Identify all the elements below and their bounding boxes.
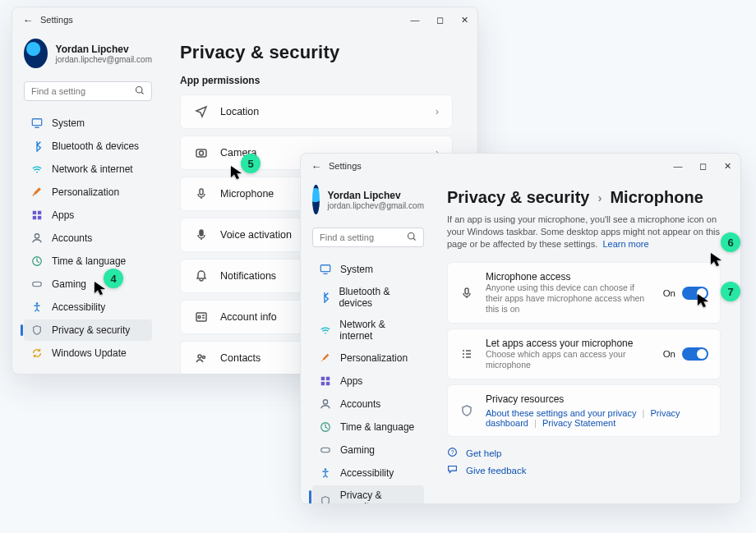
sidebar-item-network[interactable]: Network & internet	[312, 315, 424, 346]
svg-rect-6	[38, 211, 41, 214]
row-mic-access[interactable]: Microphone access Anyone using this devi…	[447, 262, 721, 324]
sidebar-item-personalization[interactable]: Personalization	[312, 347, 424, 369]
sidebar-item-gaming[interactable]: Gaming	[24, 273, 152, 295]
sidebar-item-label: Accessibility	[52, 301, 105, 313]
sidebar-item-privacy[interactable]: Privacy & security	[24, 319, 152, 341]
user-block[interactable]: Yordan Lipchev jordan.lipchev@gmail.com	[312, 185, 424, 214]
svg-rect-15	[200, 189, 203, 195]
sidebar-item-bluetooth[interactable]: Bluetooth & devices	[24, 136, 152, 157]
toggle-label: On	[663, 288, 675, 298]
row-privacy-resources: Privacy resources About these settings a…	[447, 384, 721, 437]
sidebar-item-accessibility[interactable]: Accessibility	[24, 296, 152, 318]
get-help-link[interactable]: ? Get help	[447, 447, 721, 459]
bell-icon	[194, 269, 209, 283]
location-icon	[194, 105, 209, 118]
svg-rect-31	[326, 377, 330, 380]
setting-title: Privacy resources	[486, 393, 708, 405]
sidebar-item-accounts[interactable]: Accounts	[312, 393, 424, 415]
link-statement[interactable]: Privacy Statement	[542, 418, 615, 428]
bluetooth-icon	[319, 291, 330, 304]
svg-point-21	[198, 355, 201, 358]
wifi-icon	[319, 324, 331, 337]
svg-point-9	[35, 234, 39, 238]
minimize-button[interactable]: —	[408, 15, 422, 25]
main-content: Privacy & security › Microphone If an ap…	[432, 178, 740, 503]
search-placeholder: Find a setting	[31, 86, 85, 96]
maximize-button[interactable]: ◻	[433, 15, 446, 25]
close-button[interactable]: ✕	[458, 15, 471, 25]
sidebar-item-apps[interactable]: Apps	[312, 370, 424, 392]
give-feedback-link[interactable]: Give feedback	[447, 464, 721, 476]
resource-links: About these settings and your privacy | …	[486, 408, 708, 428]
learn-more-link[interactable]: Learn more	[602, 239, 648, 249]
svg-point-0	[136, 87, 143, 94]
svg-rect-33	[326, 382, 330, 385]
minimize-button[interactable]: —	[671, 161, 685, 172]
sidebar-item-bluetooth[interactable]: Bluetooth & devices	[312, 282, 424, 313]
sidebar: Yordan Lipchev jordan.lipchev@gmail.com …	[12, 32, 160, 374]
sidebar-item-label: Network & internet	[339, 319, 417, 342]
list-icon	[459, 347, 474, 361]
annotation-badge-7: 7	[721, 282, 740, 301]
account-icon	[194, 310, 209, 324]
search-input[interactable]: Find a setting	[312, 227, 424, 247]
sidebar-item-system[interactable]: System	[312, 259, 424, 280]
sidebar-item-update[interactable]: Windows Update	[24, 342, 152, 364]
sidebar-item-privacy[interactable]: Privacy & security	[312, 485, 424, 503]
microphone-icon	[194, 187, 209, 200]
user-block[interactable]: Yordan Lipchev jordan.lipchev@gmail.com	[24, 39, 152, 68]
sidebar-item-network[interactable]: Network & internet	[24, 159, 152, 180]
close-button[interactable]: ✕	[721, 161, 734, 172]
maximize-button[interactable]: ◻	[696, 161, 709, 172]
sidebar-item-accessibility[interactable]: Accessibility	[312, 462, 424, 484]
svg-rect-36	[321, 448, 330, 452]
toggle-mic-access[interactable]	[682, 287, 708, 300]
search-input[interactable]: Find a setting	[24, 81, 152, 101]
breadcrumb-root[interactable]: Privacy & security	[447, 188, 589, 207]
nav-list: System Bluetooth & devices Network & int…	[24, 113, 152, 364]
back-button[interactable]: ←	[19, 14, 37, 26]
sidebar-item-gaming[interactable]: Gaming	[312, 439, 424, 461]
svg-point-18	[198, 316, 201, 319]
row-apps-access[interactable]: Let apps access your microphone Choose w…	[447, 329, 721, 379]
sidebar-item-time[interactable]: Time & language	[24, 250, 152, 272]
back-button[interactable]: ←	[307, 160, 325, 172]
search-icon	[407, 232, 417, 243]
toggle-apps-access[interactable]	[682, 347, 708, 361]
window-title: Settings	[325, 161, 671, 171]
sidebar-item-accounts[interactable]: Accounts	[24, 227, 152, 249]
voice-icon	[194, 228, 209, 241]
settings-window-microphone: ← Settings — ◻ ✕ Yordan Lipchev jordan.l…	[300, 153, 741, 504]
sidebar-item-label: Privacy & security	[340, 489, 417, 503]
accessibility-icon	[319, 466, 332, 480]
sidebar-item-label: Windows Update	[52, 347, 127, 359]
monitor-icon	[319, 263, 332, 276]
sidebar-item-label: Accounts	[340, 398, 380, 410]
sidebar-item-label: System	[52, 117, 85, 129]
page-title: Privacy & security	[180, 42, 453, 63]
brush-icon	[319, 352, 332, 365]
sidebar-item-label: Accessibility	[340, 467, 394, 479]
svg-rect-30	[321, 377, 325, 380]
toggle-label: On	[663, 349, 675, 359]
window-controls: — ◻ ✕	[671, 161, 734, 172]
window-title: Settings	[37, 15, 408, 25]
card-location[interactable]: Location ›	[180, 94, 453, 129]
shield-icon	[30, 324, 44, 337]
sidebar-item-time[interactable]: Time & language	[312, 416, 424, 438]
svg-point-22	[203, 356, 205, 359]
user-name: Yordan Lipchev	[328, 190, 424, 201]
breadcrumb: Privacy & security › Microphone	[447, 188, 721, 207]
link-about-privacy[interactable]: About these settings and your privacy	[486, 408, 636, 418]
sidebar-item-label: Time & language	[52, 255, 126, 267]
sidebar-item-system[interactable]: System	[24, 113, 152, 134]
sidebar-item-personalization[interactable]: Personalization	[24, 181, 152, 203]
sidebar-item-label: Accounts	[52, 232, 92, 244]
svg-line-1	[141, 92, 143, 94]
chevron-right-icon: ›	[597, 191, 602, 204]
camera-icon	[194, 146, 209, 159]
microphone-icon	[459, 287, 474, 300]
titlebar: ← Settings — ◻ ✕	[301, 154, 740, 178]
help-links: ? Get help Give feedback	[447, 447, 721, 476]
sidebar-item-apps[interactable]: Apps	[24, 204, 152, 226]
